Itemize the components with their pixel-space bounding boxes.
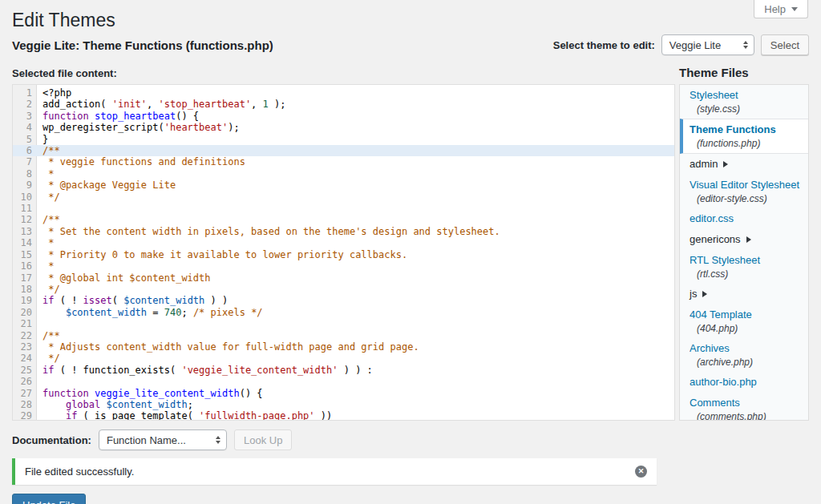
theme-file-desc: (archive.php) [697,357,802,368]
success-notice: File edited successfully. ✕ [12,458,657,485]
select-theme-label: Select theme to edit: [553,39,655,51]
theme-folder-admin[interactable]: admin [680,154,808,175]
line-number: 18 [13,284,37,295]
code-text: $content_width = 740; /* pixels */ [37,307,263,318]
line-number: 20 [13,307,37,318]
line-number: 2 [13,99,37,110]
code-line: 7 * veggie functions and definitions [13,156,674,167]
code-text: * Priority 0 to make it available to low… [37,249,407,260]
line-number: 15 [13,249,37,260]
content-row: Selected file content: 1<?php2add_action… [12,62,809,421]
line-number: 13 [13,226,37,237]
code-line: 10 */ [13,192,674,203]
line-number: 27 [13,388,37,399]
theme-files-sidebar: Theme Files Stylesheet(style.css)Theme F… [679,62,809,421]
code-lines: 1<?php2add_action( 'init', 'stop_heartbe… [13,85,674,421]
theme-file-link[interactable]: editor.css [690,212,734,225]
theme-file-desc: (rtl.css) [697,269,802,280]
code-text: if ( ! function_exists( 'veggie_lite_con… [37,365,373,376]
lookup-button[interactable]: Look Up [234,429,292,450]
current-file-title: Veggie Lite: Theme Functions (functions.… [12,38,273,52]
theme-file-link[interactable]: Stylesheet [690,89,738,102]
code-line: 27function veggie_lite_content_width() { [13,388,674,399]
code-line: 3function stop_heartbeat() { [13,111,674,122]
line-number: 21 [13,318,37,329]
code-text: * [37,260,54,272]
documentation-select[interactable]: Function Name... [99,429,227,450]
theme-file-desc: (editor-style.css) [697,194,802,204]
line-number: 12 [13,214,37,225]
theme-file-link[interactable]: 404 Template [690,308,752,321]
code-editor[interactable]: 1<?php2add_action( 'init', 'stop_heartbe… [12,84,675,421]
theme-file-link[interactable]: RTL Stylesheet [690,254,760,267]
theme-file-item[interactable]: Stylesheet(style.css) [680,85,808,119]
editor-column: Selected file content: 1<?php2add_action… [12,62,675,421]
theme-file-item[interactable]: author-bio.php [680,372,808,393]
theme-select-value: Veggie Lite [669,39,721,51]
code-text: function veggie_lite_content_width() { [37,388,263,399]
code-text: global $content_width; [37,399,193,410]
theme-file-desc: (style.css) [697,104,802,115]
theme-folder-js[interactable]: js [680,284,808,304]
code-text: /** [37,145,60,156]
theme-folder-genericons[interactable]: genericons [680,229,808,250]
line-number: 28 [13,399,37,410]
code-text: if ( ! isset( $content_width ) ) [37,295,228,306]
selected-file-content-label: Selected file content: [12,67,117,79]
code-line: 20 $content_width = 740; /* pixels */ [13,307,674,318]
theme-file-desc: (functions.php) [697,139,802,149]
code-line: 6/** [13,145,674,156]
theme-file-item[interactable]: Comments(comments.php) [680,393,808,421]
code-text: /** [37,330,60,341]
theme-file-item[interactable]: Visual Editor Stylesheet(editor-style.cs… [680,175,808,208]
folder-label: admin [690,158,718,171]
code-line: 21 [13,318,674,329]
code-line: 23 * Adjusts content_width value for ful… [13,341,674,353]
theme-file-item[interactable]: Theme Functions(functions.php) [680,119,808,154]
code-text: */ [37,353,60,364]
theme-file-link[interactable]: author-bio.php [690,376,757,389]
theme-file-item[interactable]: Archives(archive.php) [680,338,808,372]
update-file-button[interactable]: Update File [12,494,86,504]
folder-label: genericons [690,233,741,246]
code-line: 25if ( ! function_exists( 'veggie_lite_c… [13,365,674,376]
line-number: 8 [13,168,37,179]
line-number: 11 [13,203,37,214]
help-tab[interactable]: Help [754,0,808,18]
line-number: 17 [13,272,37,284]
triangle-right-icon [746,236,751,243]
theme-file-link[interactable]: Comments [690,397,740,409]
theme-file-link[interactable]: Archives [690,342,730,355]
theme-files-title: Theme Files [679,66,749,79]
line-number: 14 [13,237,37,248]
theme-file-desc: (comments.php) [697,412,802,421]
line-number: 5 [13,134,37,145]
code-line: 19if ( ! isset( $content_width ) ) [13,295,674,306]
folder-label: js [690,288,697,300]
theme-file-item[interactable]: RTL Stylesheet(rtl.css) [680,250,808,284]
theme-file-item[interactable]: editor.css [680,208,808,229]
page-title: Edit Themes [12,8,809,32]
line-number: 26 [13,376,37,387]
select-theme-button[interactable]: Select [761,34,809,55]
code-line: 18 */ [13,284,674,295]
code-line: 24 */ [13,353,674,364]
line-number: 16 [13,260,37,272]
code-text [37,318,42,329]
theme-select[interactable]: Veggie Lite [661,34,754,55]
code-line: 29 if ( is_page_template( 'fullwidth-pag… [13,410,674,421]
code-text: if ( is_page_template( 'fullwidth-page.p… [37,410,332,421]
theme-file-item[interactable]: 404 Template(404.php) [680,304,808,338]
updown-arrows-icon [216,436,220,444]
code-line: 15 * Priority 0 to make it available to … [13,249,674,260]
code-line: 4wp_deregister_script('heartbeat'); [13,122,674,133]
theme-file-link[interactable]: Visual Editor Stylesheet [690,179,799,192]
circle-x-icon[interactable]: ✕ [635,466,647,478]
code-text: */ [37,192,60,203]
code-text [37,376,42,387]
theme-file-link[interactable]: Theme Functions [690,123,776,136]
line-number: 9 [13,179,37,191]
line-number: 23 [13,341,37,353]
documentation-row: Documentation: Function Name... Look Up [12,429,809,450]
code-text: * [37,237,54,248]
